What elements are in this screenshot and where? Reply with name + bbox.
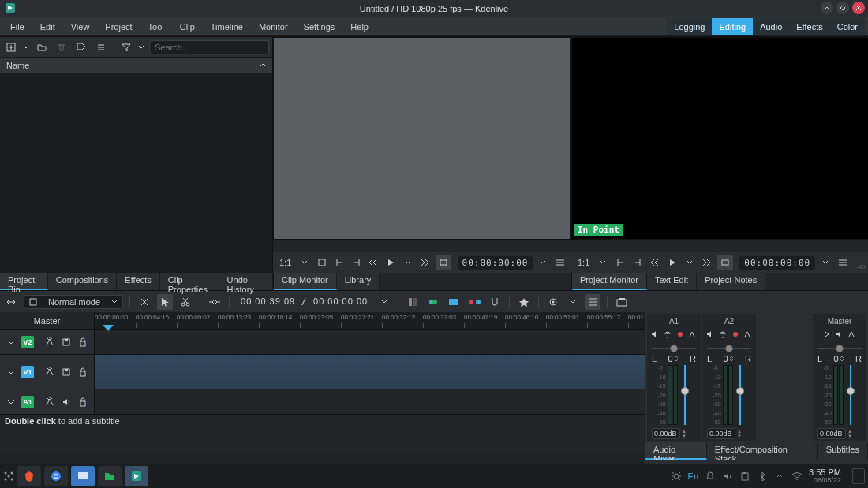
project-monitor-ruler[interactable] [571,240,868,252]
tab-effect-composition-stack[interactable]: Effect/Composition Stack [707,442,818,460]
menu-project[interactable]: Project [98,20,139,34]
db-down-icon[interactable]: ▼ [737,434,742,438]
tc-dropdown-icon[interactable] [536,255,550,270]
zone-out-icon[interactable] [630,255,645,270]
zone-out-icon[interactable] [350,255,364,270]
clip-monitor-menu-icon[interactable] [553,255,567,270]
task-app-kdenlive[interactable] [125,466,148,486]
fader[interactable] [735,365,746,425]
tab-project-bin[interactable]: Project Bin [0,273,48,290]
tray-wifi-icon[interactable] [791,471,803,482]
track-label[interactable]: V1 [21,366,33,378]
markers-icon[interactable] [466,294,482,310]
track-label[interactable]: V2 [21,336,33,348]
project-monitor-menu-icon[interactable] [836,255,850,270]
workspace-editing[interactable]: Editing [712,18,753,35]
speaker-icon[interactable] [60,395,72,409]
tray-notif-icon[interactable] [705,471,716,482]
forward-icon[interactable] [700,255,714,270]
tool-spacer-icon[interactable] [137,294,152,310]
tool-razor-icon[interactable] [178,294,193,310]
task-app-desktop[interactable] [71,466,95,486]
av-split-icon[interactable] [405,294,421,310]
minimize-button[interactable] [821,2,833,14]
expand-icon[interactable] [821,329,832,340]
unzoom-icon[interactable] [315,255,329,270]
track-body[interactable] [95,389,645,414]
add-clip-dropdown-icon[interactable] [23,39,29,55]
menu-file[interactable]: File [3,20,32,34]
tab-project-monitor[interactable]: Project Monitor [572,273,647,290]
collapse-icon[interactable] [5,335,17,349]
task-app-chrome[interactable] [44,466,68,486]
balance-slider[interactable] [817,345,862,352]
zone-in-icon[interactable] [332,255,346,270]
tab-project-notes[interactable]: Project Notes [697,273,765,290]
task-app-files[interactable] [98,466,122,486]
mix-clip-icon[interactable] [207,294,223,310]
tab-text-edit[interactable]: Text Edit [647,273,697,290]
delete-clip-icon[interactable] [54,39,69,55]
rewind-icon[interactable] [367,255,381,270]
solo-icon[interactable] [662,329,673,340]
play-icon[interactable] [665,255,679,270]
tab-clip-properties[interactable]: Clip Properties [160,273,219,290]
tag-icon[interactable] [74,39,89,55]
search-input[interactable] [149,40,269,54]
bin-column-header[interactable]: Name [0,58,272,73]
tray-peek-icon[interactable] [852,468,865,484]
tray-bluetooth-icon[interactable] [757,471,768,482]
menu-help[interactable]: Help [343,20,376,34]
menu-monitor[interactable]: Monitor [252,20,295,34]
tab-undo-history[interactable]: Undo History [219,273,273,290]
app-launcher-icon[interactable] [3,471,14,482]
workspace-audio[interactable]: Audio [753,18,789,35]
list-icon[interactable] [94,39,109,55]
db-input[interactable] [652,428,680,439]
lock-icon[interactable] [77,365,89,379]
track-body[interactable] [95,355,645,389]
tab-subtitles[interactable]: Subtitles [818,442,868,460]
tab-effects[interactable]: Effects [117,273,159,290]
timeline-timecode[interactable]: 00:00:39:09 / 00:00:00:00 [236,295,372,308]
maximize-button[interactable] [836,2,849,14]
bin-list[interactable] [0,73,272,273]
balance-slider[interactable] [707,345,751,352]
menu-settings[interactable]: Settings [297,20,342,34]
speaker-icon[interactable] [705,329,716,340]
timeline-ruler[interactable]: Master 00:00:00:0000:00:04:1600:00:09:07… [0,312,645,330]
forward-icon[interactable] [418,255,432,270]
tc-dropdown-icon[interactable] [818,255,832,270]
workspace-effects[interactable]: Effects [789,18,829,35]
task-app-brave[interactable] [17,466,41,486]
play-dropdown-icon[interactable] [683,255,697,270]
balance-slider[interactable] [652,345,696,352]
playhead-icon[interactable] [103,325,114,331]
edit-mode-combo[interactable]: Normal mode [24,295,123,309]
tab-library[interactable]: Library [337,273,380,290]
taskbar-clock[interactable]: 3:55 PM 06/05/22 [809,468,841,485]
subtitle-hint[interactable]: Double click to add a subtitle [0,415,645,430]
edit-mode-icon[interactable] [717,255,733,270]
lock-icon[interactable] [77,335,89,349]
effects-icon[interactable] [743,329,754,340]
lock-icon[interactable] [77,395,89,409]
record-dropdown-icon[interactable] [566,295,580,309]
zone-in-icon[interactable] [613,255,627,270]
tray-bug-icon[interactable] [671,471,682,482]
rewind-icon[interactable] [648,255,662,270]
track-label[interactable]: A1 [21,396,33,408]
edit-mode-icon[interactable] [436,255,451,270]
menu-tool[interactable]: Tool [141,20,171,34]
menu-timeline[interactable]: Timeline [204,20,250,34]
disk-icon[interactable] [60,365,72,379]
project-monitor-zoom[interactable]: 1:1 [574,258,593,267]
fader[interactable] [845,365,856,425]
favorite-icon[interactable] [516,294,532,310]
track-body[interactable] [95,330,645,354]
tool-select-icon[interactable] [157,294,173,310]
speaker-icon[interactable] [834,329,845,340]
track-effects-icon[interactable] [43,335,55,349]
db-down-icon[interactable]: ▼ [682,434,687,438]
play-dropdown-icon[interactable] [401,255,415,270]
